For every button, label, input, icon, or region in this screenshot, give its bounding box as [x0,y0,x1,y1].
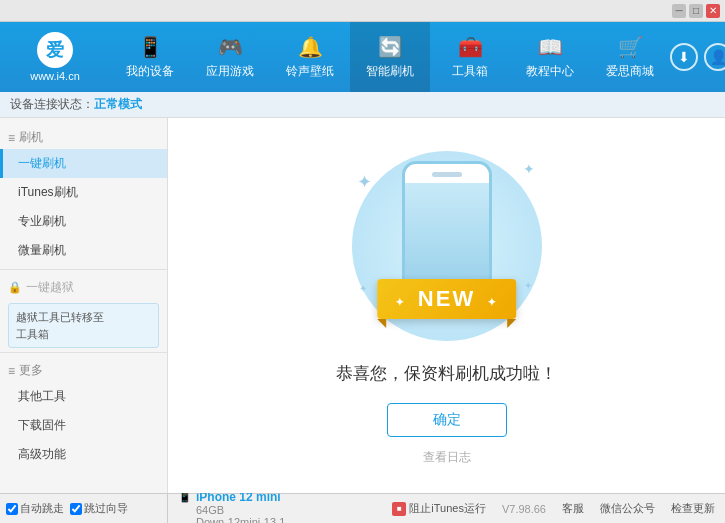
ribbon-star-right: ✦ [487,296,498,308]
download-btn[interactable]: ⬇ [670,43,698,71]
stop-icon: ■ [392,502,406,516]
status-bar: 设备连接状态： 正常模式 [0,92,725,118]
sparkle-tr: ✦ [523,161,535,177]
nav-my-device[interactable]: 📱 我的设备 [110,22,190,92]
toolbox-icon: 🧰 [458,35,483,59]
sidebar-item-other-tools[interactable]: 其他工具 [0,382,167,411]
sidebar-item-advanced[interactable]: 高级功能 [0,440,167,469]
logo-area[interactable]: 爱 www.i4.cn [0,22,110,92]
checkbox-row: 自动跳走 跳过向导 [6,501,161,516]
logo-site: www.i4.cn [30,70,80,82]
itunes-stop-button[interactable]: ■ 阻止iTunes运行 [392,501,486,516]
new-ribbon-wrapper: ✦ NEW ✦ [377,279,517,328]
flash-group-icon: ≡ [8,131,15,145]
nav-ringtone[interactable]: 🔔 铃声壁纸 [270,22,350,92]
maximize-btn[interactable]: □ [689,4,703,18]
skip-wizard-checkbox-label[interactable]: 跳过向导 [70,501,128,516]
nav-smart-flash[interactable]: 🔄 智能刷机 [350,22,430,92]
nav-my-device-label: 我的设备 [126,63,174,80]
nav-bar: 📱 我的设备 🎮 应用游戏 🔔 铃声壁纸 🔄 智能刷机 🧰 工具箱 📖 教程中心… [110,22,670,92]
status-label: 设备连接状态： [10,96,94,113]
nav-toolbox-label: 工具箱 [452,63,488,80]
wechat-link[interactable]: 微信公众号 [600,501,655,516]
nav-right-buttons: ⬇ 👤 [670,43,725,71]
ribbon-tail-right [507,319,516,328]
lock-icon: 🔒 [8,281,22,294]
sidebar-group-flash: ≡ 刷机 [0,124,167,149]
device-storage: 64GB [178,504,285,516]
new-text: NEW [418,286,475,311]
content-area: ✦ ✦ ✦ ✦ ✦ NEW ✦ 恭 [168,118,725,493]
customer-service-link[interactable]: 客服 [562,501,584,516]
sidebar-jailbreak-notice: 越狱工具已转移至 工具箱 [8,303,159,348]
bottom-right-links: ■ 阻止iTunes运行 V7.98.66 客服 微信公众号 检查更新 [392,501,715,516]
minimize-btn[interactable]: ─ [672,4,686,18]
nav-toolbox[interactable]: 🧰 工具箱 [430,22,510,92]
header: 爱 www.i4.cn 📱 我的设备 🎮 应用游戏 🔔 铃声壁纸 🔄 智能刷机 … [0,22,725,92]
shop-icon: 🛒 [618,35,643,59]
nav-apps-games-label: 应用游戏 [206,63,254,80]
ribbon-star-left: ✦ [395,296,406,308]
more-group-icon: ≡ [8,364,15,378]
user-btn[interactable]: 👤 [704,43,725,71]
close-btn[interactable]: ✕ [706,4,720,18]
device-section: 自动跳走 跳过向导 [6,501,161,516]
sidebar-group-more: ≡ 更多 [0,357,167,382]
auto-jump-checkbox-label[interactable]: 自动跳走 [6,501,64,516]
ringtone-icon: 🔔 [298,35,323,59]
version-text: V7.98.66 [502,503,546,515]
title-bar: ─ □ ✕ [0,0,725,22]
phone-speaker [432,172,462,177]
skip-wizard-checkbox[interactable] [70,503,82,515]
status-value: 正常模式 [94,96,142,113]
logo-icon: 爱 [37,32,73,68]
itunes-stop-label: 阻止iTunes运行 [409,501,486,516]
new-ribbon: ✦ NEW ✦ [377,279,517,319]
sidebar-item-itunes-flash[interactable]: iTunes刷机 [0,178,167,207]
device-firmware: Down-12mini-13,1 [178,516,285,524]
auto-jump-checkbox[interactable] [6,503,18,515]
sidebar-group-jailbreak: 🔒 一键越狱 [0,274,167,299]
sparkle-br: ✦ [524,280,532,291]
sidebar: ≡ 刷机 一键刷机 iTunes刷机 专业刷机 微量刷机 🔒 一键越狱 [0,118,168,493]
nav-smart-flash-label: 智能刷机 [366,63,414,80]
bottom-bar: 自动跳走 跳过向导 📱 iPhone 12 mini 64GB Down-12m… [0,493,725,523]
nav-ringtone-label: 铃声壁纸 [286,63,334,80]
nav-tutorial[interactable]: 📖 教程中心 [510,22,590,92]
tutorial-icon: 📖 [538,35,563,59]
sidebar-item-pro-flash[interactable]: 专业刷机 [0,207,167,236]
nav-apps-games[interactable]: 🎮 应用游戏 [190,22,270,92]
apps-games-icon: 🎮 [218,35,243,59]
sparkle-tl: ✦ [357,171,372,193]
nav-tutorial-label: 教程中心 [526,63,574,80]
sparkle-bl: ✦ [359,283,367,294]
success-message: 恭喜您，保资料刷机成功啦！ [336,362,557,385]
smart-flash-icon: 🔄 [378,35,403,59]
auto-close-link[interactable]: 查看日志 [423,449,471,466]
sidebar-item-micro-flash[interactable]: 微量刷机 [0,236,167,265]
my-device-icon: 📱 [138,35,163,59]
bottom-sidebar: 自动跳走 跳过向导 [0,494,168,523]
check-update-link[interactable]: 检查更新 [671,501,715,516]
nav-shop[interactable]: 🛒 爱思商城 [590,22,670,92]
ribbon-tail-left [377,319,386,328]
sidebar-item-download-firmware[interactable]: 下载固件 [0,411,167,440]
confirm-button[interactable]: 确定 [387,403,507,437]
bottom-content: 📱 iPhone 12 mini 64GB Down-12mini-13,1 ■… [168,494,725,523]
sidebar-item-one-click-flash[interactable]: 一键刷机 [0,149,167,178]
illustration-wrapper: ✦ ✦ ✦ ✦ ✦ NEW ✦ [347,146,547,346]
device-info-area: 📱 iPhone 12 mini 64GB Down-12mini-13,1 [178,490,285,524]
skip-wizard-label: 跳过向导 [84,501,128,516]
nav-shop-label: 爱思商城 [606,63,654,80]
auto-jump-label: 自动跳走 [20,501,64,516]
